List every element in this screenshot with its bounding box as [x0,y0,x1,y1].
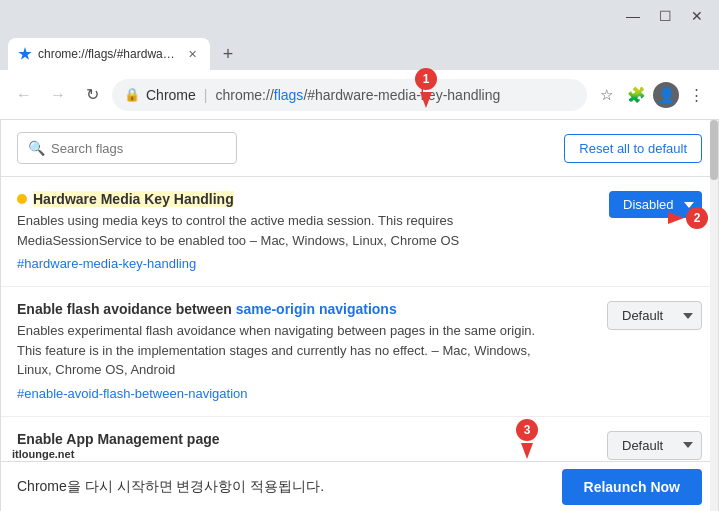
address-icons: ☆ 🧩 👤 ⋮ [593,82,709,108]
profile-avatar[interactable]: 👤 [653,82,679,108]
extensions-icon[interactable]: 🧩 [623,82,649,108]
flag-select-default-3[interactable]: Default Enabled Disabled [607,431,702,460]
forward-button[interactable]: → [44,81,72,109]
flag-title-row-1: Hardware Media Key Handling [17,191,558,207]
content-area: 🔍 Reset all to default Hardware Media Ke… [0,120,719,511]
flag-desc-1: Enables using media keys to control the … [17,211,558,250]
window-controls[interactable]: — ☐ ✕ [619,2,711,30]
flag-entry-flash-avoidance: Enable flash avoidance between same-orig… [1,287,718,417]
flag-control-3[interactable]: Default Enabled Disabled [607,431,702,460]
flag-control-2[interactable]: Default Enabled Disabled [607,301,702,330]
omnibox[interactable]: 🔒 Chrome | chrome://flags/#hardware-medi… [112,79,587,111]
flags-header: 🔍 Reset all to default [1,120,718,177]
omnibox-url: chrome://flags/#hardware-media-key-handl… [215,87,500,103]
close-button[interactable]: ✕ [683,2,711,30]
maximize-button[interactable]: ☐ [651,2,679,30]
flag-entry-hardware-media: Hardware Media Key Handling Enables usin… [1,177,718,287]
title-bar: — ☐ ✕ [0,0,719,32]
flag-dot-1 [17,194,27,204]
new-tab-button[interactable]: + [214,40,242,68]
flag-title-3: Enable App Management page [17,431,220,447]
menu-icon[interactable]: ⋮ [683,82,709,108]
minimize-button[interactable]: — [619,2,647,30]
active-tab[interactable]: chrome://flags/#hardware-medi ✕ [8,38,210,70]
flag-title-row-3: Enable App Management page [17,431,558,447]
relaunch-text: Chrome을 다시 시작하면 변경사항이 적용됩니다. [17,478,324,496]
bookmark-icon[interactable]: ☆ [593,82,619,108]
relaunch-bar: Chrome을 다시 시작하면 변경사항이 적용됩니다. Relaunch No… [1,461,718,511]
reload-button[interactable]: ↻ [78,81,106,109]
lock-icon: 🔒 [124,87,140,102]
tab-label: chrome://flags/#hardware-medi [38,47,178,61]
flag-select-disabled[interactable]: Disabled Default Enabled [609,191,702,218]
scrollbar-thumb[interactable] [710,120,718,180]
omnibox-flags: flags [274,87,304,103]
flag-control-1[interactable]: Disabled Default Enabled [609,191,702,218]
flag-desc-2: Enables experimental flash avoidance whe… [17,321,558,380]
content-wrapper: 🔍 Reset all to default Hardware Media Ke… [1,120,718,511]
back-button[interactable]: ← [10,81,38,109]
flag-link-2[interactable]: #enable-avoid-flash-between-navigation [17,386,248,401]
omnibox-separator: | [204,87,208,103]
search-box[interactable]: 🔍 [17,132,237,164]
tab-close-button[interactable]: ✕ [184,46,200,62]
watermark: itlounge.net [9,447,77,461]
search-input[interactable] [51,141,226,156]
scrollbar-track[interactable] [710,120,718,511]
tab-favicon [18,47,32,61]
address-bar: ← → ↻ 🔒 Chrome | chrome://flags/#hardwar… [0,70,719,120]
reset-all-button[interactable]: Reset all to default [564,134,702,163]
flag-select-default-2[interactable]: Default Enabled Disabled [607,301,702,330]
flag-title-row-2: Enable flash avoidance between same-orig… [17,301,558,317]
search-icon: 🔍 [28,140,45,156]
omnibox-brand: Chrome [146,87,196,103]
tab-bar: chrome://flags/#hardware-medi ✕ + [0,32,719,70]
omnibox-url-suffix: /#hardware-media-key-handling [303,87,500,103]
flag-title-1: Hardware Media Key Handling [33,191,234,207]
flag-title-2: Enable flash avoidance between same-orig… [17,301,397,317]
relaunch-button[interactable]: Relaunch Now [562,469,702,505]
flag-link-1[interactable]: #hardware-media-key-handling [17,256,196,271]
